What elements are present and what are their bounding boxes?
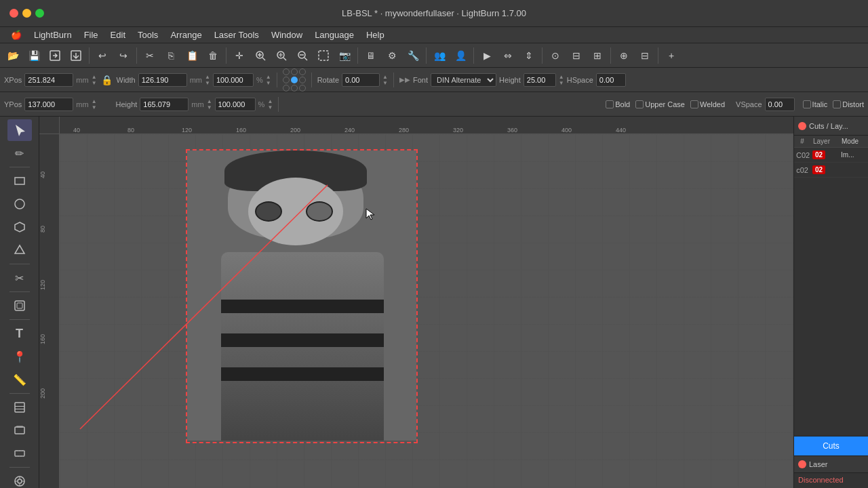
laser-panel-close[interactable]: [798, 460, 806, 468]
italic-checkbox[interactable]: [803, 100, 811, 108]
menu-lightburn-text[interactable]: LightBurn: [28, 28, 77, 41]
hex-tool-button[interactable]: [7, 216, 32, 238]
menu-laser-tools[interactable]: Laser Tools: [209, 28, 264, 41]
cut-button[interactable]: ✂: [140, 45, 160, 66]
table-row[interactable]: C02 02 Im...: [794, 148, 868, 163]
target-circle-button[interactable]: [7, 470, 32, 488]
close-button[interactable]: [9, 9, 18, 18]
distort-checkbox[interactable]: [833, 100, 841, 108]
cut-shapes-button[interactable]: ✂: [7, 267, 32, 289]
canvas-grid[interactable]: [60, 134, 793, 488]
mirror-v-button[interactable]: ⇕: [519, 45, 539, 66]
xpos-down-icon[interactable]: ▼: [92, 80, 97, 86]
text-tool-button[interactable]: T: [7, 323, 32, 344]
row1-layer[interactable]: 02: [810, 148, 839, 162]
welded-checkbox[interactable]: [690, 100, 698, 108]
layer-btn-2[interactable]: [7, 420, 32, 441]
font-expand-icon[interactable]: ▶▶: [399, 76, 410, 83]
export-button[interactable]: [66, 45, 86, 66]
menu-window[interactable]: Window: [266, 28, 308, 41]
font-select[interactable]: DIN Alternate: [431, 73, 496, 87]
cuts-button[interactable]: Cuts: [794, 436, 868, 455]
camera-button[interactable]: 📷: [334, 45, 355, 66]
canvas-area[interactable]: 40 80 120 160 200 240 280 320 360 400 44…: [39, 117, 793, 488]
redo-button[interactable]: ↪: [113, 45, 134, 66]
lock-icon[interactable]: 🔒: [100, 75, 114, 85]
font-height-input[interactable]: [524, 73, 556, 87]
row1-layer-badge[interactable]: 02: [812, 150, 825, 159]
scale-w-stepper[interactable]: ▲ ▼: [266, 74, 271, 86]
width-input[interactable]: [138, 73, 187, 87]
offset-shapes-button[interactable]: [7, 295, 32, 317]
dot-bc[interactable]: [291, 85, 298, 92]
move-button[interactable]: ✛: [229, 45, 250, 66]
vspace-input[interactable]: [765, 98, 795, 111]
menu-tools[interactable]: Tools: [132, 28, 163, 41]
add-button[interactable]: +: [661, 45, 682, 66]
draw-tool-button[interactable]: ✏: [7, 142, 32, 164]
dot-tc[interactable]: [291, 68, 298, 75]
upper-case-check-label[interactable]: Upper Case: [635, 100, 685, 108]
layer-btn-1[interactable]: [7, 396, 32, 418]
align-dot-grid[interactable]: [283, 68, 306, 92]
scale-h-input[interactable]: [215, 98, 256, 111]
row2-layer-badge[interactable]: 02: [812, 165, 825, 174]
welded-check-label[interactable]: Welded: [690, 100, 725, 108]
zoom-out-button[interactable]: [292, 45, 313, 66]
tools-button[interactable]: 🔧: [403, 45, 423, 66]
font-height-stepper[interactable]: ▲ ▼: [559, 74, 564, 86]
menu-edit[interactable]: Edit: [105, 28, 131, 41]
menu-arrange[interactable]: Arrange: [165, 28, 207, 41]
distort-check-label[interactable]: Distort: [833, 100, 864, 108]
minimize-button[interactable]: [22, 9, 31, 18]
zoom-fit-button[interactable]: [250, 45, 271, 66]
align-button[interactable]: ⊟: [566, 45, 587, 66]
scale-h-stepper[interactable]: ▲ ▼: [267, 98, 273, 110]
scale-w-input[interactable]: [213, 73, 254, 87]
origin-button[interactable]: 📍: [7, 346, 32, 367]
layer-btn-3[interactable]: [7, 443, 32, 464]
rotate-stepper[interactable]: ▲ ▼: [382, 74, 388, 86]
delete-button[interactable]: 🗑: [203, 45, 223, 66]
send-button[interactable]: ▶: [477, 45, 497, 66]
hspace-input[interactable]: [596, 73, 626, 87]
mirror-h-button[interactable]: ⇔: [498, 45, 518, 66]
dot-bl[interactable]: [283, 85, 290, 92]
weld-button[interactable]: ⊕: [614, 45, 634, 66]
canvas-height-input[interactable]: [140, 98, 189, 111]
menu-file[interactable]: File: [79, 28, 104, 41]
copy-button[interactable]: ⎘: [161, 45, 181, 66]
xpos-stepper[interactable]: ▲ ▼: [92, 74, 97, 86]
users-button[interactable]: 👥: [429, 45, 450, 66]
import-button[interactable]: [45, 45, 65, 66]
rect-tool-button[interactable]: [7, 170, 32, 192]
select-tool-button[interactable]: [7, 119, 32, 141]
xpos-up-icon[interactable]: ▲: [92, 74, 97, 80]
ypos-stepper[interactable]: ▲ ▼: [92, 98, 97, 110]
paste-button[interactable]: 📋: [182, 45, 202, 66]
zoom-in-button[interactable]: [271, 45, 292, 66]
xpos-input[interactable]: [24, 73, 73, 87]
open-project-button[interactable]: 📂: [3, 45, 23, 66]
ypos-input[interactable]: [24, 98, 73, 111]
user-button[interactable]: 👤: [450, 45, 471, 66]
italic-check-label[interactable]: Italic: [803, 100, 828, 108]
target-button[interactable]: ⊙: [545, 45, 566, 66]
maximize-button[interactable]: [35, 9, 44, 18]
menu-lightburn[interactable]: 🍎: [5, 28, 27, 41]
width-up-icon[interactable]: ▲: [205, 74, 210, 80]
select-all-button[interactable]: [313, 45, 334, 66]
undo-button[interactable]: ↩: [92, 45, 113, 66]
dot-mr[interactable]: [299, 77, 306, 83]
poly-tool-button[interactable]: [7, 239, 32, 261]
width-down-icon[interactable]: ▼: [205, 80, 210, 86]
dot-br[interactable]: [299, 85, 306, 92]
bold-checkbox[interactable]: [606, 100, 614, 108]
group-button[interactable]: ⊞: [587, 45, 608, 66]
table-row[interactable]: c02 02: [794, 163, 868, 178]
measure-button[interactable]: 📏: [7, 369, 32, 390]
machine-settings-button[interactable]: 🖥: [361, 45, 381, 66]
settings-button[interactable]: ⚙: [382, 45, 402, 66]
dot-ml[interactable]: [283, 77, 290, 83]
menu-language[interactable]: Language: [309, 28, 359, 41]
